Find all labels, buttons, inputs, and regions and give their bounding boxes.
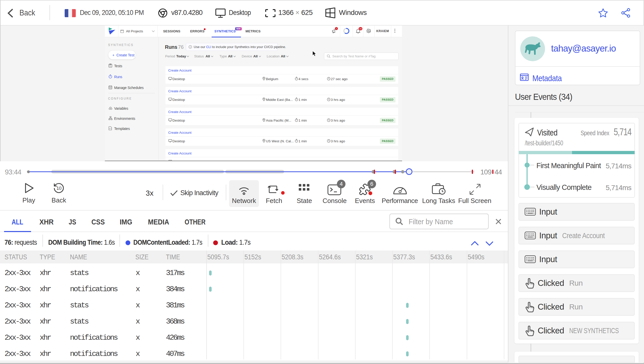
svg-text:10: 10 (56, 186, 61, 191)
